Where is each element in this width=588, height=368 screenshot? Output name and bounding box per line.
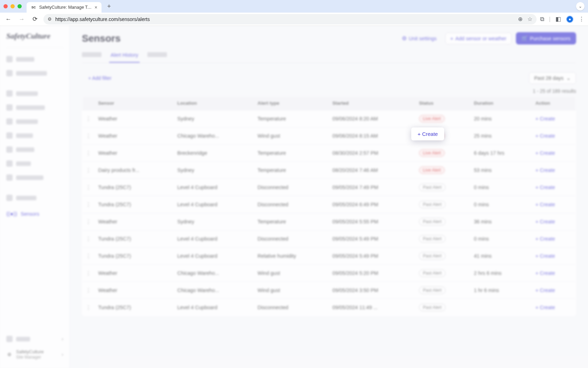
cell-started: 08/30/2024 2:57 PM [329,145,415,162]
add-filter-button[interactable]: + Add filter [88,75,112,81]
forward-button[interactable]: → [17,16,27,23]
tab-list-button[interactable]: ⌄ [576,2,584,11]
minimize-window[interactable] [10,4,15,8]
cell-alert-type: Temperature [254,110,329,127]
separator: | [549,16,551,23]
col-location: Location [174,96,254,110]
drag-handle-icon[interactable]: ⋮ [82,282,95,299]
browser-toolbar: ← → ⟳ ⚙ https://app.safetyculture.com/se… [0,13,588,26]
create-button-highlighted[interactable]: + Create [411,127,444,140]
table-row[interactable]: ⋮WeatherSydneyTemperature09/06/2024 8:20… [82,110,576,127]
create-button[interactable]: + Create [536,219,555,224]
create-button[interactable]: + Create [536,270,555,276]
create-button[interactable]: + Create [536,150,555,156]
back-button[interactable]: ← [4,16,13,23]
drag-handle-icon[interactable]: ⋮ [82,265,95,282]
sidebar-item[interactable] [4,171,66,184]
site-settings-icon[interactable]: ⚙ [48,16,52,22]
cell-sensor: Weather [95,213,174,230]
cell-action: + Create [532,110,576,127]
extensions-icon[interactable]: ⧉ [540,16,544,23]
sidebar-item[interactable] [4,157,66,170]
kebab-menu-icon[interactable]: ⋮ [579,15,584,23]
plus-icon: + [450,36,453,41]
purchase-sensors-button[interactable]: 🛒 Purchase sensors [516,32,576,44]
cell-action: + Create [532,265,576,282]
table-row[interactable]: ⋮WeatherChicago Wareho...Wind gust09/05/… [82,265,576,282]
table-row[interactable]: ⋮Tundra (25C7)Level 4 CupboardRelative h… [82,248,576,265]
drag-handle-icon[interactable]: ⋮ [82,110,95,127]
create-button[interactable]: + Create [536,253,555,259]
sidebar-item[interactable] [4,53,66,65]
table-row[interactable]: ⋮WeatherChicago Wareho...Wind gust09/06/… [82,127,576,145]
table-row[interactable]: ⋮WeatherSydneyTemperature09/05/2024 5:55… [82,213,576,230]
sidebar-item[interactable] [4,67,66,79]
add-sensor-button[interactable]: + Add sensor or weather [445,33,512,44]
close-tab-icon[interactable]: × [94,5,97,10]
tab-placeholder[interactable] [82,52,102,57]
table-row[interactable]: ⋮Tundra (25C7)Level 4 CupboardDisconnect… [82,179,576,196]
create-button[interactable]: + Create [536,185,555,190]
table-row[interactable]: ⋮WeatherBreckenridgeTemperature08/30/202… [82,145,576,162]
site-role: Site Manager [16,355,44,360]
drag-handle-icon[interactable]: ⋮ [82,179,95,196]
sidebar-item-sensors[interactable]: ((●)) Sensors [4,208,66,220]
profile-avatar[interactable]: ● [566,15,574,23]
close-window[interactable] [4,4,8,8]
browser-tab-strip: SC SafetyCulture: Manage Teams and... × … [0,0,588,13]
drag-handle-icon[interactable]: ⋮ [82,145,95,162]
cell-alert-type: Disconnected [254,179,329,196]
bookmark-icon[interactable]: ☆ [527,16,532,22]
unit-settings-button[interactable]: ⚙ Unit settings [398,32,441,44]
date-range-dropdown[interactable]: Past 28 days ⌄ [529,72,576,84]
create-button[interactable]: + Create [536,167,555,173]
create-button[interactable]: + Create [536,287,555,293]
cell-location: Level 4 Cupboard [174,179,254,196]
create-button[interactable]: + Create [536,305,555,310]
cell-action: + Create [532,127,576,145]
table-row[interactable]: ⋮Tundra (25C7)Level 4 CupboardDisconnect… [82,196,576,213]
create-button[interactable]: + Create [536,116,555,121]
browser-tab[interactable]: SC SafetyCulture: Manage Teams and... × [27,2,102,13]
cell-status: Past Alert [415,230,470,248]
sidebar-item[interactable] [4,115,66,128]
cell-started: 09/05/2024 6:49 PM [329,196,415,213]
cell-sensor: Dairy products fr... [95,162,174,179]
drag-handle-icon[interactable]: ⋮ [82,127,95,145]
drag-handle-icon[interactable]: ⋮ [82,196,95,213]
sensors-icon: ((●)) [6,211,17,217]
reload-button[interactable]: ⟳ [30,15,40,23]
cell-alert-type: Wind gust [254,265,329,282]
new-tab-button[interactable]: + [107,3,111,10]
cell-location: Level 4 Cupboard [174,196,254,213]
cell-duration: 0 mins [470,179,532,196]
tab-placeholder[interactable] [147,52,167,57]
drag-handle-icon[interactable]: ⋮ [82,248,95,265]
maximize-window[interactable] [18,4,22,8]
table-row[interactable]: ⋮Tundra (25C7)Level 4 CupboardDisconnect… [82,299,576,316]
table-row[interactable]: ⋮Tundra (25C7)Level 4 CupboardDisconnect… [82,230,576,248]
cell-started: 09/05/2024 5:49 PM [329,230,415,248]
drag-handle-icon[interactable]: ⋮ [82,213,95,230]
col-sensor: Sensor [95,96,174,110]
drag-handle-icon[interactable]: ⋮ [82,162,95,179]
sidebar-account-row[interactable]: › [4,332,66,346]
sidebar-item[interactable] [4,87,66,100]
sidebar-item[interactable] [4,192,66,204]
drag-handle-icon[interactable]: ⋮ [82,230,95,248]
zoom-icon[interactable]: ⊕ [518,16,523,22]
table-row[interactable]: ⋮WeatherChicago Wareho...Wind gust09/05/… [82,282,576,299]
address-bar[interactable]: ⚙ https://app.safetyculture.com/sensors/… [43,14,537,25]
sidebar-item[interactable] [4,101,66,114]
sidebar-item[interactable] [4,143,66,156]
tab-alert-history[interactable]: Alert History [109,48,140,63]
drag-handle-icon[interactable]: ⋮ [82,299,95,316]
create-button[interactable]: + Create [536,236,555,242]
sidebar-org-row[interactable]: ⚙ SafetyCulture Site Manager › [4,346,66,363]
table-row[interactable]: ⋮Dairy products fr...SydneyTemperature08… [82,162,576,179]
side-panel-icon[interactable]: ◧ [555,15,561,23]
create-button[interactable]: + Create [536,133,555,139]
tab-favicon: SC [31,5,36,10]
sidebar-item[interactable] [4,129,66,142]
create-button[interactable]: + Create [536,202,555,207]
